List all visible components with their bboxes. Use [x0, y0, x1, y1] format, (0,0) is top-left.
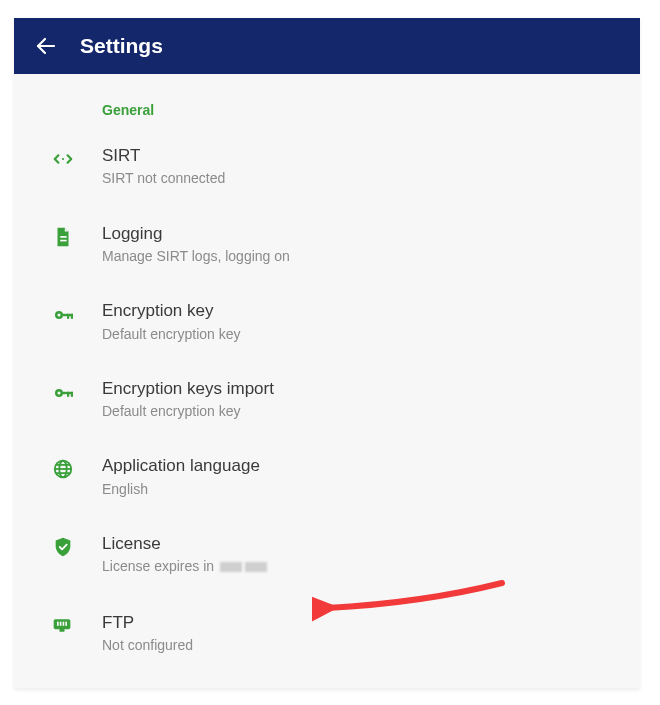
toolbar: Settings	[14, 18, 640, 74]
settings-item-app-language[interactable]: Application language English	[14, 438, 640, 516]
section-header-general: General	[14, 102, 640, 128]
settings-section: General SIRT SIRT not connected	[14, 74, 640, 672]
settings-item-ftp[interactable]: FTP Not configured	[14, 595, 640, 673]
settings-item-license[interactable]: License License expires in	[14, 516, 640, 595]
svg-rect-20	[60, 621, 62, 625]
svg-rect-3	[60, 239, 66, 241]
item-subtitle: SIRT not connected	[102, 169, 620, 187]
item-subtitle: Not configured	[102, 636, 620, 654]
item-texts: Logging Manage SIRT logs, logging on	[102, 224, 620, 266]
license-sub-text: License expires in	[102, 558, 218, 574]
item-title: SIRT	[102, 146, 620, 166]
item-title: Logging	[102, 224, 620, 244]
globe-icon	[52, 456, 102, 480]
settings-item-logging[interactable]: Logging Manage SIRT logs, logging on	[14, 206, 640, 284]
arrow-left-icon	[34, 34, 58, 58]
svg-rect-2	[60, 236, 66, 238]
back-button[interactable]	[26, 26, 66, 66]
svg-rect-19	[57, 621, 59, 625]
svg-rect-21	[63, 621, 65, 625]
svg-rect-7	[67, 314, 69, 319]
item-texts: Encryption key Default encryption key	[102, 301, 620, 343]
svg-point-1	[62, 158, 64, 160]
settings-item-encryption-keys-import[interactable]: Encryption keys import Default encryptio…	[14, 361, 640, 439]
svg-rect-8	[71, 314, 73, 319]
page-title: Settings	[80, 34, 163, 58]
item-subtitle: License expires in	[102, 557, 620, 576]
item-texts: Encryption keys import Default encryptio…	[102, 379, 620, 421]
item-texts: SIRT SIRT not connected	[102, 146, 620, 188]
item-subtitle: English	[102, 480, 620, 498]
settings-item-encryption-key[interactable]: Encryption key Default encryption key	[14, 283, 640, 361]
svg-point-10	[58, 391, 61, 394]
settings-item-sirt[interactable]: SIRT SIRT not connected	[14, 128, 640, 206]
settings-card: Settings General SIRT SIRT not connected	[14, 18, 640, 688]
item-title: License	[102, 534, 620, 554]
item-subtitle: Default encryption key	[102, 325, 620, 343]
item-title: Application language	[102, 456, 620, 476]
item-title: Encryption key	[102, 301, 620, 321]
svg-rect-22	[65, 621, 67, 625]
shield-check-icon	[52, 534, 102, 558]
item-texts: License License expires in	[102, 534, 620, 577]
license-expiry-redacted	[220, 558, 270, 576]
item-subtitle: Default encryption key	[102, 402, 620, 420]
data-transfer-icon	[52, 146, 102, 170]
document-icon	[52, 224, 102, 248]
item-title: Encryption keys import	[102, 379, 620, 399]
item-texts: FTP Not configured	[102, 613, 620, 655]
item-title: FTP	[102, 613, 620, 633]
key-icon	[52, 301, 102, 327]
item-subtitle: Manage SIRT logs, logging on	[102, 247, 620, 265]
key-icon	[52, 379, 102, 405]
svg-rect-13	[71, 392, 73, 397]
svg-point-5	[58, 314, 61, 317]
ethernet-icon	[52, 613, 102, 635]
item-texts: Application language English	[102, 456, 620, 498]
svg-rect-12	[67, 392, 69, 397]
